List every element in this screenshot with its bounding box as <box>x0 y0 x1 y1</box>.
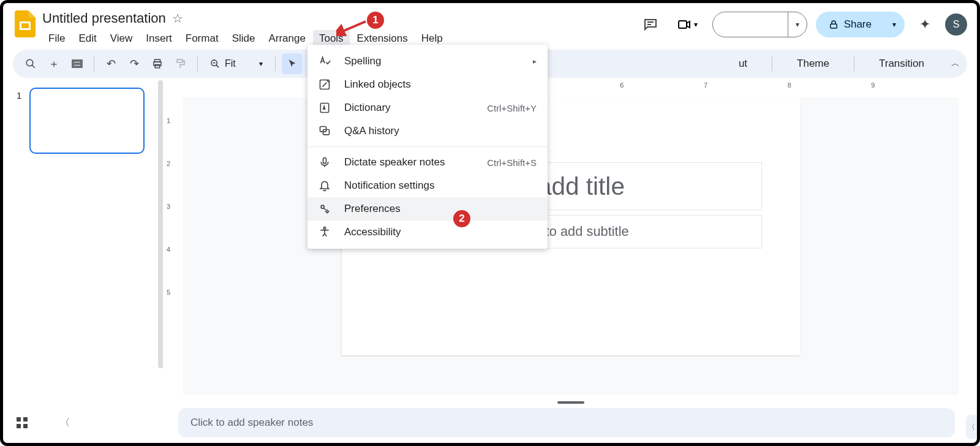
menu-item-spelling[interactable]: Spelling▸ <box>307 50 548 73</box>
menu-view[interactable]: View <box>104 30 139 47</box>
paint-format-icon[interactable] <box>170 53 191 74</box>
svg-rect-22 <box>23 417 28 421</box>
vertical-ruler: 12345 <box>165 93 177 407</box>
thumbnail-scrollbar[interactable] <box>156 80 165 407</box>
collapse-toolbar-icon[interactable]: ︿ <box>951 58 960 69</box>
share-dropdown[interactable]: ▾ <box>884 12 905 37</box>
svg-rect-3 <box>830 24 837 28</box>
svg-rect-2 <box>679 21 687 28</box>
comments-icon[interactable] <box>639 13 662 36</box>
expand-side-panel-icon[interactable]: 〈 <box>966 415 977 439</box>
slide-thumbnails-panel: 1 <box>3 80 156 407</box>
annotation-callout-2: 2 <box>453 210 470 227</box>
slides-logo <box>13 12 37 36</box>
svg-point-20 <box>323 227 325 229</box>
menu-item-label: Dictate speaker notes <box>344 156 445 168</box>
spelling-icon <box>318 55 334 68</box>
menu-item-accessibility[interactable]: Accessibility <box>307 221 548 244</box>
theme-tab[interactable]: Theme <box>788 54 838 74</box>
transition-tab[interactable]: Transition <box>870 54 933 74</box>
svg-rect-17 <box>323 158 326 164</box>
share-button[interactable]: Share ▾ <box>816 12 905 37</box>
a11y-icon <box>318 225 334 239</box>
submenu-arrow-icon: ▸ <box>533 57 537 66</box>
svg-point-19 <box>326 211 328 213</box>
mic-icon <box>318 156 334 169</box>
menu-file[interactable]: File <box>42 30 71 47</box>
share-label: Share <box>844 18 872 31</box>
menu-item-label: Preferences <box>344 203 401 215</box>
menu-item-label: Spelling <box>344 55 382 67</box>
qa-icon <box>318 124 334 138</box>
meet-button[interactable]: ▾ <box>671 13 704 36</box>
menu-item-q-a-history[interactable]: Q&A history <box>307 119 548 143</box>
account-avatar[interactable]: S <box>945 13 967 36</box>
svg-rect-24 <box>23 424 28 428</box>
tools-menu-dropdown: Spelling▸Linked objectsDictionaryCtrl+Sh… <box>307 45 548 249</box>
grid-view-icon[interactable] <box>13 414 31 432</box>
zoom-label: Fit <box>225 58 236 69</box>
menu-item-dictionary[interactable]: DictionaryCtrl+Shift+Y <box>307 96 548 119</box>
prefs-icon <box>318 202 334 216</box>
menu-item-preferences[interactable]: Preferences <box>307 197 548 221</box>
speaker-notes-input[interactable]: Click to add speaker notes <box>178 408 955 437</box>
menu-format[interactable]: Format <box>179 30 225 47</box>
redo-icon[interactable]: ↷ <box>124 53 145 74</box>
menu-shortcut: Ctrl+Shift+Y <box>487 103 537 113</box>
zoom-dropdown[interactable]: Fit ▾ <box>204 58 269 69</box>
svg-rect-11 <box>177 59 183 62</box>
layout-tab-cut[interactable]: ut <box>730 54 756 74</box>
menu-item-label: Notification settings <box>344 180 434 192</box>
document-title[interactable]: Untitled presentation <box>42 10 166 26</box>
svg-point-18 <box>321 205 324 208</box>
gemini-icon[interactable]: ✦ <box>913 13 937 36</box>
previous-slide-icon[interactable]: 〈 <box>56 414 74 432</box>
layout-icon[interactable] <box>67 53 88 74</box>
menu-insert[interactable]: Insert <box>140 30 178 47</box>
bell-icon <box>318 179 334 192</box>
lock-icon <box>828 19 839 30</box>
svg-rect-6 <box>74 61 81 63</box>
horizontal-ruler: 6789 <box>177 80 967 93</box>
menu-slide[interactable]: Slide <box>226 30 262 47</box>
menu-shortcut: Ctrl+Shift+S <box>487 157 537 168</box>
menu-edit[interactable]: Edit <box>72 30 102 47</box>
speaker-notes-resize-handle[interactable] <box>557 401 584 404</box>
svg-rect-1 <box>21 23 29 28</box>
slide-thumbnail-1[interactable] <box>29 88 145 154</box>
slideshow-dropdown[interactable]: ▾ <box>788 12 807 37</box>
print-icon[interactable] <box>147 53 168 74</box>
menu-item-linked-objects[interactable]: Linked objects <box>307 73 548 96</box>
new-slide-icon[interactable]: ＋ <box>43 53 64 74</box>
menu-item-label: Linked objects <box>344 78 411 91</box>
slideshow-button[interactable]: Slideshow ▾ <box>712 12 807 37</box>
linked-icon <box>318 78 334 91</box>
undo-icon[interactable]: ↶ <box>100 53 121 74</box>
select-tool-icon[interactable] <box>282 53 303 74</box>
slide-number: 1 <box>17 90 21 100</box>
star-icon[interactable]: ☆ <box>172 11 183 26</box>
search-icon[interactable] <box>20 53 41 74</box>
annotation-arrow <box>336 18 368 36</box>
menu-item-label: Q&A history <box>344 125 399 137</box>
chevron-down-icon: ▾ <box>694 20 698 29</box>
menu-item-label: Accessibility <box>344 226 401 238</box>
svg-rect-23 <box>17 424 21 428</box>
menu-item-dictate-speaker-notes[interactable]: Dictate speaker notesCtrl+Shift+S <box>307 151 548 174</box>
dict-icon <box>318 101 334 115</box>
annotation-callout-1: 1 <box>367 12 384 29</box>
chevron-down-icon: ▾ <box>259 59 263 68</box>
svg-rect-21 <box>17 417 21 421</box>
menu-arrange[interactable]: Arrange <box>262 30 311 47</box>
menu-item-notification-settings[interactable]: Notification settings <box>307 174 548 197</box>
svg-point-4 <box>26 59 33 66</box>
svg-rect-7 <box>74 64 81 66</box>
menu-item-label: Dictionary <box>344 102 391 114</box>
